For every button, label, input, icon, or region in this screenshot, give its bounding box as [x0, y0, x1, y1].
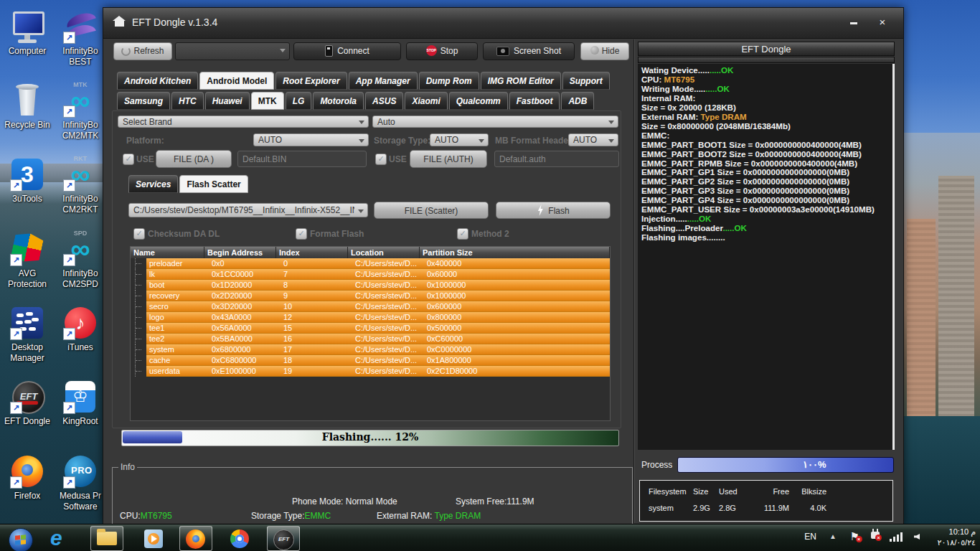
- desktop-icon-label: Medusa PrSoftware: [53, 491, 108, 512]
- cell: C:/Users/stev/D...: [352, 344, 424, 354]
- media-player-button[interactable]: [138, 526, 169, 550]
- table-row[interactable]: lk0x1CC00007C:/Users/stev/D...0x60000: [131, 269, 610, 280]
- desktop-icon-itunes[interactable]: ♪↗iTunes: [53, 305, 108, 353]
- eft-dongle-taskbar-button[interactable]: EFT: [267, 526, 300, 551]
- desktop-icon-eft-dongle[interactable]: EFT↗EFT Dongle: [0, 379, 55, 427]
- start-orb-button[interactable]: [1, 526, 39, 550]
- tab-android-kitchen[interactable]: Android Kitchen: [117, 72, 198, 90]
- tab-motorola[interactable]: Motorola: [313, 92, 364, 110]
- file-auth-button[interactable]: FILE (AUTH): [410, 150, 487, 168]
- windows-explorer-button[interactable]: [90, 526, 123, 551]
- desktop-icon-desktop-manager[interactable]: ↗DesktopManager: [0, 305, 55, 364]
- desktop-icon-medusa-pr-software[interactable]: PRO↗Medusa PrSoftware: [53, 453, 108, 512]
- desktop-icon-avg-protection[interactable]: ↗AVGProtection: [0, 231, 55, 290]
- tab-app-manager[interactable]: App Manager: [349, 72, 418, 90]
- desktop-icon-kingroot[interactable]: ♔↗KingRoot: [53, 379, 108, 427]
- tab-huawei[interactable]: Huawei: [205, 92, 250, 110]
- subtab-flash-scatter[interactable]: Flash Scatter: [179, 175, 248, 193]
- checksum-da-dl-checkbox[interactable]: ✓: [133, 228, 145, 240]
- connect-button[interactable]: Connect: [293, 42, 401, 60]
- table-row[interactable]: tee20x5BA000016C:/Users/stev/D...0xC6000…: [131, 334, 610, 344]
- tab-android-model[interactable]: Android Model: [199, 72, 274, 90]
- signal-bars-icon[interactable]: [890, 532, 903, 542]
- show-hidden-icons-button[interactable]: ▲: [829, 532, 837, 540]
- stop-button[interactable]: STOPStop: [406, 42, 478, 60]
- tab-img-rom-editor[interactable]: IMG ROM Editor: [481, 72, 561, 90]
- refresh-button[interactable]: Refresh: [113, 42, 172, 60]
- desktop-icon-infinitybo-cm2mtk[interactable]: MTK∞↗InfinityBoCM2MTK: [53, 83, 108, 141]
- tab-htc[interactable]: HTC: [171, 92, 204, 110]
- column-header-location[interactable]: Location: [348, 247, 420, 258]
- platform-select[interactable]: AUTO: [253, 133, 369, 146]
- tab-qualcomm[interactable]: Qualcomm: [449, 92, 508, 110]
- format-flash-checkbox[interactable]: ✓: [296, 228, 307, 240]
- desktop-icon-infinitybo-cm2rkt[interactable]: RKT∞↗InfinityBoCM2RKT: [53, 156, 108, 215]
- file-scatter-button[interactable]: FILE (Scatter): [374, 202, 489, 219]
- desktop-icon-3utools[interactable]: 3↗3uTools: [0, 156, 55, 204]
- icon-part: [17, 85, 37, 116]
- log-segment: Writing Mode.....: [641, 84, 705, 93]
- tab-root-explorer[interactable]: Root Explorer: [275, 72, 347, 90]
- table-row[interactable]: preloader0x00C:/Users/stev/D...0x400000: [131, 258, 610, 269]
- tab-lg[interactable]: LG: [286, 92, 312, 110]
- table-row[interactable]: userdata0xE100000019C:/Users/stev/D...0x…: [131, 366, 610, 377]
- table-row[interactable]: cache0xC680000018C:/Users/stev/D...0x1A8…: [131, 355, 610, 366]
- file-da-button[interactable]: FILE (DA ): [156, 150, 232, 168]
- table-row[interactable]: boot0x1D200008C:/Users/stev/D...0x100000…: [131, 280, 610, 291]
- hide-button[interactable]: Hide: [580, 42, 629, 60]
- scatter-path-combobox[interactable]: C:/Users/stev/Desktop/MT6795__Infinix__I…: [128, 203, 368, 217]
- cell: tee1: [146, 323, 209, 333]
- tab-support[interactable]: Support: [562, 72, 610, 90]
- desktop-icon-firefox[interactable]: ↗Firefox: [0, 453, 55, 501]
- flash-button[interactable]: Flash: [496, 202, 611, 219]
- firefox-taskbar-button[interactable]: [179, 526, 212, 551]
- table-row[interactable]: tee10x56A000015C:/Users/stev/D...0x50000…: [131, 323, 610, 334]
- title-bar[interactable]: EFT Dongle v.1.3.4 ×: [103, 8, 903, 39]
- tab-asus[interactable]: ASUS: [365, 92, 403, 110]
- tab-mtk[interactable]: MTK: [251, 92, 284, 110]
- device-plug-icon[interactable]: ×: [871, 532, 880, 539]
- chrome-button[interactable]: [224, 526, 255, 550]
- table-row[interactable]: system0x680000017C:/Users/stev/D...0xC00…: [131, 344, 610, 355]
- table-row[interactable]: logo0x43A000012C:/Users/stev/D...0x80000…: [131, 312, 610, 323]
- log-output[interactable]: Wating Device..........OKCPU: MT6795Writ…: [638, 64, 892, 450]
- device-combobox[interactable]: [175, 42, 290, 60]
- tab-adb[interactable]: ADB: [561, 92, 594, 110]
- brand-select[interactable]: Select Brand: [118, 116, 369, 128]
- subtab-services[interactable]: Services: [128, 175, 178, 193]
- column-header-index[interactable]: Index: [276, 247, 348, 258]
- column-header-name[interactable]: Name: [131, 247, 204, 258]
- auth-file-field[interactable]: Default.auth: [494, 151, 619, 167]
- method-2-checkbox[interactable]: ✓: [457, 228, 468, 240]
- column-header-begin-address[interactable]: Begin Address: [204, 247, 276, 258]
- table-row[interactable]: secro0x3D2000010C:/Users/stev/D...0x6000…: [131, 301, 610, 312]
- close-button[interactable]: ×: [873, 17, 892, 29]
- language-indicator[interactable]: EN: [804, 532, 816, 542]
- storage-type-select[interactable]: AUTO: [430, 133, 489, 146]
- action-center-flag-icon[interactable]: ⚑×: [850, 530, 859, 543]
- tab-fastboot[interactable]: Fastboot: [509, 92, 560, 110]
- speaker-icon[interactable]: [914, 534, 920, 540]
- tab-dump-rom[interactable]: Dump Rom: [419, 72, 479, 90]
- log-scrollbar[interactable]: [892, 64, 895, 450]
- use-auth-checkbox[interactable]: ✓: [375, 154, 387, 165]
- screenshot-button[interactable]: Screen Shot: [483, 42, 575, 60]
- minimize-button[interactable]: [844, 17, 863, 29]
- infinitybox-best-icon: ↗: [62, 9, 98, 44]
- desktop-icon-recycle-bin[interactable]: Recycle Bin: [0, 83, 55, 131]
- column-header-partition-size[interactable]: Partition Size: [420, 247, 610, 258]
- use-da-checkbox[interactable]: ✓: [123, 154, 134, 165]
- desktop-icon-computer[interactable]: Computer: [0, 9, 55, 57]
- desktop-icon-infinitybo-best[interactable]: ↗InfinityBoBEST: [53, 9, 108, 67]
- tab-samsung[interactable]: Samsung: [117, 92, 170, 110]
- tab-xiaomi[interactable]: Xiaomi: [405, 92, 447, 110]
- da-file-field[interactable]: Default.BIN: [237, 151, 367, 167]
- desktop-icon-label: Firefox: [0, 491, 55, 501]
- desktop-icon-infinitybo-cm2spd[interactable]: SPD∞↗InfinityBoCM2SPD: [53, 231, 108, 290]
- model-select[interactable]: Auto: [372, 116, 618, 128]
- log-segment: .....OK: [705, 84, 730, 93]
- internet-explorer-button[interactable]: e: [44, 526, 76, 550]
- mb-format-select[interactable]: AUTO: [568, 133, 618, 146]
- clock[interactable]: 10:10 م ٢٠١٨/٠٥/٢٤: [923, 527, 976, 548]
- table-row[interactable]: recovery0x2D200009C:/Users/stev/D...0x10…: [131, 291, 610, 301]
